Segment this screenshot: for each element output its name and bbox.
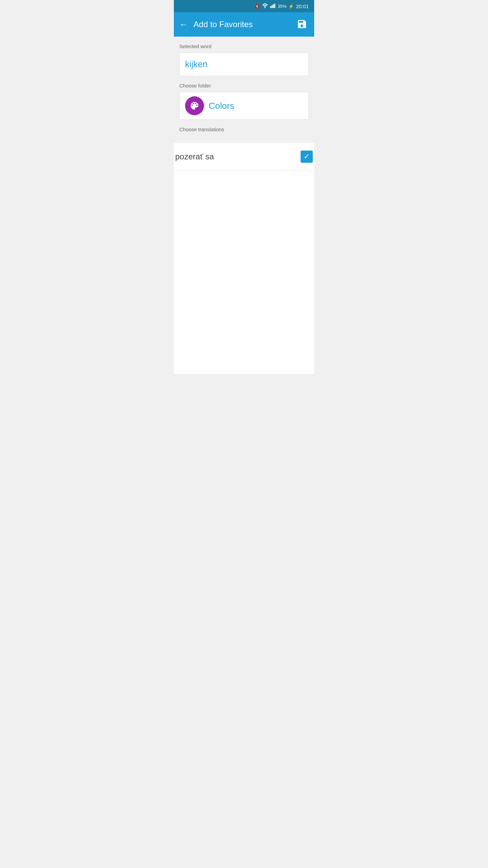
translations-list: pozerať sa ✓: [174, 143, 314, 171]
status-time: 20:01: [296, 3, 309, 9]
empty-area: [174, 171, 314, 374]
charging-icon: ⚡: [288, 4, 294, 9]
status-icons: 🔇 35% ⚡ 20:01: [255, 3, 309, 9]
folder-selector[interactable]: Colors: [179, 92, 309, 120]
selected-word-field: kijken: [179, 53, 309, 76]
translation-checkbox[interactable]: ✓: [301, 151, 313, 163]
svg-point-0: [265, 7, 266, 8]
checkmark-icon: ✓: [304, 153, 310, 160]
mute-icon: 🔇: [255, 4, 260, 9]
app-bar: ← Add to Favorites: [174, 12, 314, 37]
save-button[interactable]: [295, 17, 309, 32]
app-bar-left: ← Add to Favorites: [179, 20, 253, 29]
svg-rect-4: [274, 3, 275, 8]
svg-rect-3: [273, 4, 274, 8]
folder-icon-circle: [185, 96, 204, 115]
choose-translations-label: Choose translations: [179, 126, 309, 136]
form-content: Selected word kijken Choose folder Color…: [174, 37, 314, 143]
back-arrow-icon: ←: [179, 19, 188, 29]
status-bar: 🔇 35% ⚡ 20:01: [174, 0, 314, 12]
folder-name: Colors: [209, 101, 234, 111]
translation-item[interactable]: pozerať sa ✓: [174, 143, 314, 171]
save-icon: [297, 19, 307, 29]
svg-rect-1: [270, 6, 271, 8]
palette-icon: [189, 101, 200, 111]
back-button[interactable]: ←: [179, 20, 188, 29]
wifi-icon: [262, 3, 268, 9]
selected-word-label: Selected word: [179, 43, 309, 49]
choose-folder-label: Choose folder: [179, 83, 309, 88]
translation-text: pozerať sa: [175, 152, 214, 161]
page-title: Add to Favorites: [194, 20, 253, 29]
signal-icon: [270, 3, 276, 9]
selected-word-value: kijken: [185, 59, 207, 69]
battery-percentage: 35%: [278, 4, 286, 9]
svg-rect-2: [271, 5, 272, 8]
